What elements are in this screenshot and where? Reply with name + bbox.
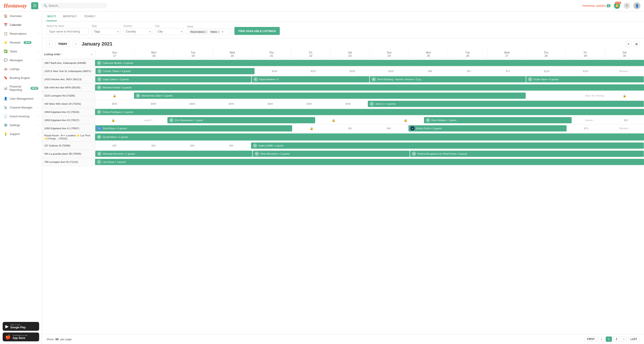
reservation-block[interactable]: L Lisa Stowe • 4 guests bbox=[95, 159, 644, 165]
sidebar-item-guest-invoicing[interactable]: 🧾 Guest invoicing › bbox=[0, 112, 42, 121]
reservation-block[interactable]: K Kailey Griffith • 1 guest bbox=[251, 142, 644, 149]
guest-name: Jacky Li • 4 guests bbox=[375, 102, 396, 105]
reservation-block[interactable]: R Rickey Rodriguez • 2 guests bbox=[95, 109, 644, 115]
sidebar-item-overview[interactable]: 🏠 Overview bbox=[0, 11, 42, 20]
reservation-block[interactable]: A Scott Beyer • 9 guests bbox=[95, 125, 292, 131]
prev-month-button[interactable]: ‹ bbox=[46, 41, 53, 47]
reservation-block[interactable]: R Rian Holayter • 1 guest bbox=[424, 117, 572, 123]
reservation-block[interactable]: M Meshael Khaled • 2 guests bbox=[95, 84, 644, 91]
today-button[interactable]: TODAY bbox=[55, 41, 70, 47]
menu-button[interactable]: ☰ bbox=[31, 2, 38, 9]
reservation-block[interactable]: C Catherine Mcafee • 6 guests bbox=[95, 60, 644, 66]
grid-view-icon[interactable]: ⊞ bbox=[634, 41, 640, 47]
reservation-block[interactable]: C Christin Tideau • 4 guests bbox=[96, 68, 254, 74]
search-filter: Search by name bbox=[46, 24, 88, 35]
reservation-block[interactable]: O Olivia Mozdzierz • 2 guests bbox=[253, 151, 410, 157]
price-cell: $999 bbox=[212, 102, 251, 105]
reservation-block[interactable]: ✈ Simon Zrnich • 2 guests bbox=[408, 125, 566, 131]
reservation-block[interactable]: B Bolinas Bungalows On Wharf Road • 2 gu… bbox=[410, 151, 644, 157]
remove-notes-tag[interactable]: × bbox=[218, 30, 219, 33]
help-icon[interactable]: ? bbox=[624, 3, 630, 9]
notifications-icon[interactable]: 🔔 6239 bbox=[614, 3, 620, 9]
tab-monthly[interactable]: MONTHLY bbox=[62, 11, 78, 21]
days-cells: C Christin Tideau • 4 guests $164 $201 $… bbox=[95, 67, 644, 75]
search-box: 🔍 bbox=[41, 3, 107, 8]
sidebar-item-calendar[interactable]: 📅 Calendar bbox=[0, 20, 42, 29]
tab-multi[interactable]: MULTI bbox=[46, 11, 57, 21]
sidebar-item-booking-engine[interactable]: 🔖 Booking Engine bbox=[0, 73, 42, 82]
show-dropdown-arrow[interactable]: ▾ bbox=[222, 30, 223, 33]
price-cell: $999 bbox=[290, 102, 329, 105]
last-page-button[interactable]: LAST bbox=[628, 337, 640, 342]
settings-icon: ⚙️ bbox=[4, 123, 8, 127]
sidebar-item-reviews[interactable]: ⭐ Reviews NEW bbox=[0, 38, 42, 47]
page-nav: FIRST ‹ 1 2 › LAST bbox=[585, 337, 640, 342]
app-store-button[interactable]: 🍎 Download on the App Store bbox=[3, 333, 39, 341]
guest-invoicing-icon: 🧾 bbox=[4, 114, 8, 118]
reservation-block[interactable]: E Erin Wesolowski • 1 guest bbox=[168, 117, 315, 123]
day-col-9: Tue26 bbox=[448, 50, 487, 59]
guest-avatar: M bbox=[136, 93, 140, 98]
user-avatar[interactable]: 👤 bbox=[634, 2, 640, 9]
calendar-scroll[interactable]: Listing order ↑ « Sun17 Mon18 Tue19 Wed2… bbox=[42, 50, 644, 334]
reservation-block[interactable]: M Mohammad Jabar • 2 guests bbox=[134, 93, 526, 99]
guest-name: Christin Tideau • 4 guests bbox=[103, 70, 131, 72]
search-name-input[interactable] bbox=[46, 28, 88, 35]
city-select[interactable]: City bbox=[155, 28, 184, 35]
sidebar-item-support[interactable]: 💡 Support › bbox=[0, 129, 42, 138]
page-2-button[interactable]: 2 bbox=[613, 337, 620, 342]
guest-avatar: K bbox=[253, 143, 257, 148]
sidebar-item-financial-reporting[interactable]: 📊 Financial Reporting NEW bbox=[0, 82, 42, 94]
financial-reporting-icon: 📊 bbox=[4, 86, 7, 90]
reservation-block[interactable]: H Direct Booking - Karmen Johnson • 2 gu… bbox=[370, 76, 526, 82]
page-1-button[interactable]: 1 bbox=[606, 337, 612, 342]
guest-avatar: K bbox=[254, 77, 258, 81]
listing-name: 536 ninth Ave Apt #4FN (69190) bbox=[42, 83, 95, 91]
listing-name: 1858 Edgeland Ave #3 (70527) bbox=[42, 116, 95, 124]
days-cells: R Rickey Rodriguez • 2 guests bbox=[95, 108, 644, 116]
hostaway-updates[interactable]: Hostaway updates 2 bbox=[582, 4, 610, 7]
reservation-block[interactable]: D Dustin Pipes • 6 guests bbox=[526, 76, 644, 82]
tags-select[interactable]: Tags bbox=[92, 28, 120, 35]
reservation-block[interactable]: K Kayla Hawkins • 5 bbox=[252, 76, 369, 82]
guest-avatar: D bbox=[528, 77, 532, 81]
sidebar-label-reservations: Reservations bbox=[10, 32, 26, 35]
sidebar-item-listings[interactable]: 🏘️ Listings bbox=[0, 64, 42, 73]
sidebar-item-tasks[interactable]: ✅ Tasks › bbox=[0, 47, 42, 56]
remove-reservations-tag[interactable]: × bbox=[205, 30, 206, 33]
sidebar-item-reservations[interactable]: 📋 Reservations › bbox=[0, 29, 42, 38]
google-play-button[interactable]: ▶ GET IT ON Google Play bbox=[3, 322, 39, 331]
reservation-block[interactable]: H Gerald Mann • 2 guests bbox=[95, 133, 644, 140]
reservation-block[interactable]: G Gage Sullens • 3 guests bbox=[95, 76, 251, 82]
list-view-icon[interactable]: ≡ bbox=[626, 41, 632, 47]
reservation-block[interactable]: M Michaela Kimmerle • 2 guests bbox=[95, 151, 252, 157]
sidebar-apps: ▶ GET IT ON Google Play 🍎 Download on th… bbox=[0, 319, 42, 344]
day-col-5: Fri22 bbox=[291, 50, 330, 59]
notif-count: 6239 bbox=[615, 2, 621, 4]
table-row: 3220 Lexington Rd (70285) 🔒 M Mohammad J… bbox=[42, 92, 644, 100]
tab-yearly[interactable]: YEARLY bbox=[83, 11, 96, 21]
collapse-left-arrow[interactable]: « bbox=[90, 52, 93, 56]
find-available-listings-button[interactable]: FIND AVAILABLE LISTINGS bbox=[234, 27, 280, 35]
messages-icon: 💬 bbox=[4, 58, 8, 62]
next-month-button[interactable]: › bbox=[73, 41, 79, 47]
price-cell: $124 bbox=[527, 70, 566, 72]
listing-name: 780 Lexington Ave #4 (71215) bbox=[42, 158, 95, 166]
price-cell: $90 bbox=[134, 144, 173, 147]
search-input[interactable] bbox=[48, 4, 104, 7]
country-select[interactable]: Country bbox=[124, 28, 152, 35]
price-cell: $73 bbox=[488, 70, 528, 72]
sidebar-item-settings[interactable]: ⚙️ Settings › bbox=[0, 121, 42, 129]
listing-order-header: Listing order ↑ « bbox=[42, 50, 95, 59]
first-page-button[interactable]: FIRST bbox=[585, 337, 597, 342]
next-page-button[interactable]: › bbox=[621, 337, 627, 342]
sidebar-item-user-management[interactable]: 👤 User Management › bbox=[0, 94, 42, 103]
app-logo: Hostaway bbox=[4, 2, 27, 9]
price-cell: $201 bbox=[294, 70, 333, 72]
table-row: Royal House · A++ Location ⭐ Lux Pool ⭐3… bbox=[42, 133, 644, 142]
prev-page-button[interactable]: ‹ bbox=[599, 337, 604, 342]
listing-name: 237 Sullivan 3f (75996) bbox=[42, 142, 95, 150]
reservation-block[interactable]: J Jacky Li • 4 guests bbox=[368, 101, 644, 107]
sidebar-item-channel-manager[interactable]: 📡 Channel Manager › bbox=[0, 103, 42, 112]
sidebar-item-messages[interactable]: 💬 Messages › bbox=[0, 56, 42, 64]
